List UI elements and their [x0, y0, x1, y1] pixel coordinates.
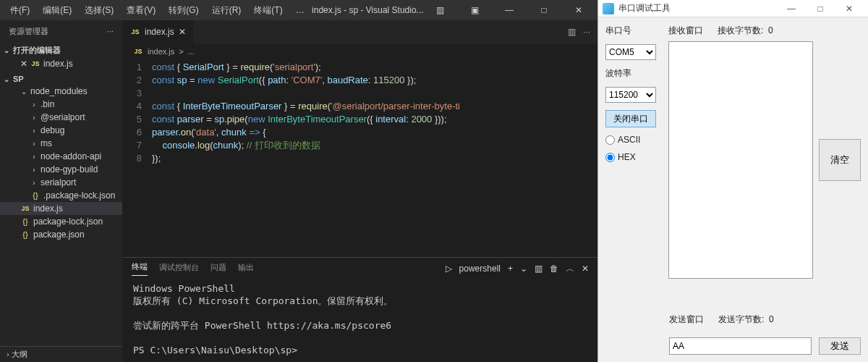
js-icon: JS: [30, 60, 41, 67]
chevron-down-icon[interactable]: ⌄: [520, 264, 527, 274]
minimize-icon[interactable]: —: [777, 0, 806, 17]
send-input[interactable]: [669, 337, 812, 355]
more-icon[interactable]: ···: [583, 27, 590, 37]
close-icon[interactable]: ✕: [835, 0, 864, 17]
close-icon[interactable]: ✕: [20, 59, 27, 69]
chevron-right-icon: ›: [30, 114, 38, 122]
file-label: node_modules: [30, 86, 88, 96]
maximize-icon[interactable]: □: [529, 0, 558, 20]
ascii-radio[interactable]: ASCII: [605, 135, 660, 145]
clear-button[interactable]: 清空: [819, 139, 861, 181]
tab-index-js[interactable]: JS index.js ✕: [123, 20, 194, 43]
port-label: 串口号: [605, 25, 660, 37]
file-label: @serialport: [41, 112, 85, 122]
json-icon: {}: [20, 230, 30, 239]
tree-item-node_modules[interactable]: ⌄node_modules: [0, 85, 122, 98]
tab-label: index.js: [145, 27, 174, 37]
js-icon: JS: [133, 48, 143, 55]
add-terminal-icon[interactable]: +: [508, 264, 513, 274]
explorer-sidebar: 资源管理器 ··· ⌄ 打开的编辑器 ✕ JS index.js ⌄ SP: [0, 20, 123, 362]
recv-textarea[interactable]: [668, 41, 813, 279]
file-label: .bin: [41, 99, 54, 109]
terminal-panel: 终端 调试控制台 问题 输出 ▷ powershell + ⌄ ▥ 🗑 ︿ ✕: [123, 257, 597, 362]
tree-item-node-gyp-build[interactable]: ›node-gyp-build: [0, 163, 122, 176]
open-editors-header[interactable]: ⌄ 打开的编辑器: [0, 43, 122, 57]
menu-edit[interactable]: 编辑(E): [37, 2, 77, 19]
tree-item-index.js[interactable]: JSindex.js: [0, 202, 122, 215]
trash-icon[interactable]: 🗑: [550, 264, 558, 274]
close-icon[interactable]: ✕: [564, 0, 593, 20]
layout-icon[interactable]: ▣: [460, 0, 489, 20]
explorer-title: 资源管理器: [9, 26, 48, 37]
open-editor-item[interactable]: ✕ JS index.js: [0, 57, 122, 70]
send-button[interactable]: 发送: [819, 337, 861, 355]
hex-radio[interactable]: HEX: [605, 152, 660, 162]
serial-title: 串口调试工具: [618, 2, 671, 14]
serial-tool-window: 串口调试工具 — □ ✕ 串口号 COM5 波特率 115200 关闭串口 AS…: [597, 0, 868, 362]
baud-select[interactable]: 115200: [605, 87, 656, 103]
recv-bytes-label: 接收字节数:: [718, 25, 763, 35]
tree-item-debug[interactable]: ›debug: [0, 124, 122, 137]
menu-run[interactable]: 运行(R): [206, 2, 247, 19]
menu-view[interactable]: 查看(V): [121, 2, 161, 19]
menu-go[interactable]: 转到(G): [163, 2, 204, 19]
code-editor[interactable]: 12345678 const { SerialPort } = require(…: [123, 59, 597, 257]
layout-icon[interactable]: ▥: [425, 0, 454, 20]
tree-item-package-lock.json[interactable]: {}package-lock.json: [0, 215, 122, 228]
menu-file[interactable]: 件(F): [4, 2, 35, 19]
shell-label[interactable]: powershell: [459, 264, 501, 274]
breadcrumb-item: ...: [188, 47, 195, 56]
chevron-right-icon: ⌄: [20, 88, 27, 96]
file-label: .package-lock.json: [43, 190, 115, 201]
port-select[interactable]: COM5: [605, 44, 656, 60]
baud-label: 波特率: [605, 67, 660, 80]
js-icon: JS: [20, 205, 30, 212]
editor-tabs: JS index.js ✕ ▥ ···: [123, 20, 597, 43]
maximize-icon[interactable]: □: [806, 0, 835, 17]
close-icon[interactable]: ✕: [179, 27, 186, 37]
file-label: debug: [41, 125, 64, 135]
tree-item-serialport[interactable]: ›serialport: [0, 176, 122, 189]
close-icon[interactable]: ✕: [582, 264, 589, 274]
terminal-tab-terminal[interactable]: 终端: [132, 261, 148, 276]
tree-item-package.json[interactable]: {}package.json: [0, 228, 122, 241]
menu-more[interactable]: …: [290, 3, 310, 17]
tree-item-@serialport[interactable]: ›@serialport: [0, 111, 122, 124]
recv-bytes-value: 0: [768, 25, 773, 35]
outline-header[interactable]: › 大纲: [0, 346, 122, 362]
tree-item-ms[interactable]: ›ms: [0, 137, 122, 150]
send-bytes-value: 0: [769, 314, 774, 324]
terminal-tab-output[interactable]: 输出: [238, 262, 254, 276]
close-port-button[interactable]: 关闭串口: [605, 110, 656, 127]
terminal-content[interactable]: Windows PowerShell版权所有 (C) Microsoft Cor…: [123, 279, 597, 362]
file-label: serialport: [41, 177, 76, 188]
tree-item-node-addon-api[interactable]: ›node-addon-api: [0, 150, 122, 163]
split-icon[interactable]: ▥: [535, 264, 542, 274]
file-label: node-addon-api: [41, 151, 101, 161]
menu-terminal[interactable]: 终端(T): [248, 2, 288, 19]
file-label: package.json: [33, 230, 85, 240]
send-bytes-label: 发送字节数:: [718, 314, 764, 324]
terminal-tab-debug[interactable]: 调试控制台: [159, 262, 199, 276]
json-icon: {}: [30, 191, 41, 200]
tree-item-.bin[interactable]: ›.bin: [0, 98, 122, 111]
menubar: 件(F) 编辑(E) 选择(S) 查看(V) 转到(G) 运行(R) 终端(T)…: [0, 0, 597, 20]
app-logo-icon: [603, 3, 614, 14]
outline-label: 大纲: [12, 349, 27, 360]
chevron-up-icon[interactable]: ︿: [566, 263, 574, 275]
open-editors-label: 打开的编辑器: [13, 45, 61, 56]
breadcrumb[interactable]: JS index.js > ...: [123, 43, 597, 59]
chevron-right-icon: ›: [30, 179, 38, 187]
shell-icon[interactable]: ▷: [446, 264, 452, 274]
window-title: index.js - sp - Visual Studio...: [312, 5, 424, 15]
split-icon[interactable]: ▥: [568, 27, 576, 37]
code-content[interactable]: const { SerialPort } = require('serialpo…: [152, 59, 597, 257]
tree-item-.package-lock.json[interactable]: {}.package-lock.json: [0, 189, 122, 202]
file-label: ms: [41, 138, 52, 148]
minimize-icon[interactable]: —: [495, 0, 524, 20]
file-label: package-lock.json: [33, 216, 103, 227]
more-icon[interactable]: ···: [107, 27, 114, 35]
terminal-tab-problems[interactable]: 问题: [210, 262, 226, 276]
menu-selection[interactable]: 选择(S): [79, 2, 119, 19]
project-header[interactable]: ⌄ SP: [0, 73, 122, 85]
